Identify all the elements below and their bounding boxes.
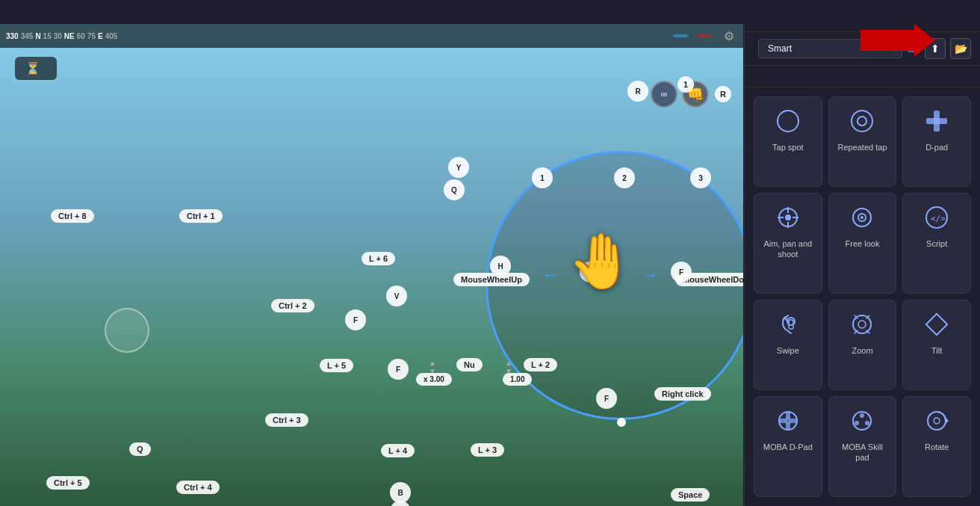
aim-dot [617,418,626,427]
hud-bar: 330 345 N 15 30 NE 60 75 E 405 ⚙ [0,24,743,48]
control-tilt[interactable]: Tilt [902,300,971,390]
svg-point-29 [865,421,869,425]
key-r[interactable]: R [627,81,648,102]
control-repeated-tap[interactable]: Repeated tap [828,96,897,187]
key-ctrl3[interactable]: Ctrl + 3 [265,413,308,427]
svg-text:</>: </> [931,214,946,223]
svg-rect-24 [779,419,787,423]
key-l4[interactable]: L + 4 [381,444,415,457]
controls-grid: Tap spot Repeated tap D-pad [745,87,980,506]
inventory-item-3: R [713,86,733,102]
inventory-item-2: 👊 1 [682,81,709,108]
key-v[interactable]: V [386,286,407,306]
titlebar-controls [843,1,980,22]
svg-point-31 [934,418,940,424]
key-l2[interactable]: L + 2 [524,358,557,371]
moba-skill-icon [847,406,877,436]
maximize-button[interactable] [923,1,944,22]
key-ctrl2[interactable]: Ctrl + 2 [271,299,314,312]
zoom-icon [847,309,877,339]
control-script[interactable]: </> Script [902,193,971,294]
control-free-look[interactable]: Free look [828,193,897,294]
key-ctrl8[interactable]: Ctrl + 8 [51,209,94,223]
swipe-icon [773,309,803,339]
minimize-button[interactable] [896,1,917,22]
aim-pan-icon [773,203,803,232]
svg-point-13 [860,216,863,219]
tab-gamepad[interactable] [30,0,60,24]
scroll-arrows: ▲ ▼ [429,359,436,375]
tilt-icon [922,309,952,339]
load-button[interactable]: 📂 [950,38,971,59]
svg-rect-22 [786,412,790,419]
menu-button[interactable] [869,1,890,22]
tab-keyboard-mouse[interactable] [0,0,30,24]
key-nu[interactable]: Nu [456,358,483,371]
hud-stats: ⚙ [673,28,737,44]
repeated-tap-icon [847,106,877,136]
help-button[interactable] [843,1,863,22]
key-ctrl4[interactable]: Ctrl + 4 [176,481,220,494]
control-swipe[interactable]: Swipe [754,300,822,390]
svg-point-17 [853,315,871,333]
scheme-dropdown[interactable]: Smart [758,39,902,58]
control-zoom[interactable]: Zoom [828,300,897,390]
key-f3[interactable]: F [388,359,409,380]
control-moba-dpad[interactable]: MOBA D-Pad [754,396,822,497]
control-moba-skill[interactable]: MOBA Skill pad [828,396,897,497]
key-1[interactable]: 1 [532,167,553,188]
control-rotate[interactable]: Rotate [902,396,971,497]
key-mousewheelup[interactable]: MouseWheelUp [453,273,530,286]
key-q[interactable]: Q [129,442,151,456]
inventory-item-1: ∞ [651,81,677,108]
panel-toolbar: Smart ⬆ 📂 [745,32,980,66]
key-space[interactable]: Space [671,488,710,502]
key-h[interactable]: H [490,256,511,277]
rotate-icon [922,406,952,436]
tap-spot-icon [773,106,803,136]
alive-stat [673,34,688,37]
compass: 330 345 N 15 30 NE 60 75 E 405 [6,32,117,40]
key-y[interactable]: Y [448,157,469,178]
key-b[interactable]: B [390,482,411,503]
svg-point-0 [778,111,798,132]
arrow-left-icon: ← [542,265,559,285]
key-f1[interactable]: F [671,262,692,283]
script-icon: </> [922,203,952,232]
key-2[interactable]: 2 [614,167,635,188]
control-tap-spot[interactable]: Tap spot [754,96,822,187]
svg-marker-32 [946,418,949,424]
hand-cursor-icon: 🤚 [568,229,635,293]
import-button[interactable] [907,45,920,52]
key-ctrl5[interactable]: Ctrl + 5 [46,476,90,490]
svg-point-27 [860,413,864,418]
add-controls-section [745,66,980,87]
key-l3[interactable]: L + 3 [471,443,504,457]
svg-point-1 [852,111,872,132]
svg-rect-25 [790,419,797,423]
key-f4[interactable]: F [596,388,617,409]
dpad-icon [922,106,952,136]
key-tilde[interactable]: ~ [390,501,411,506]
safezone-notification: ⏳ [15,57,57,80]
key-3[interactable]: 3 [690,167,711,188]
controls-panel: ? ✕ Smart ⬆ 📂 Tap spot [744,0,980,506]
svg-point-2 [858,117,866,126]
key-q-circle[interactable]: Q [444,179,465,200]
export-button[interactable]: ⬆ [925,38,946,59]
free-look-icon [847,203,877,232]
control-aim-pan[interactable]: Aim, pan and shoot [754,193,822,294]
close-button[interactable] [950,1,971,22]
safezone-icon: ⏳ [25,61,40,75]
svg-point-28 [855,421,859,425]
settings-icon[interactable]: ⚙ [721,28,737,44]
key-f2[interactable]: F [345,309,366,330]
control-dpad[interactable]: D-pad [902,96,971,187]
svg-rect-19 [926,314,947,335]
key-l6[interactable]: L + 6 [362,252,395,265]
title-bar [0,0,980,24]
key-ctrl1[interactable]: Ctrl + 1 [179,209,223,223]
key-rightclick[interactable]: Right click [654,387,711,401]
key-l5[interactable]: L + 5 [320,359,353,372]
arrow-right-icon: → [642,265,659,285]
